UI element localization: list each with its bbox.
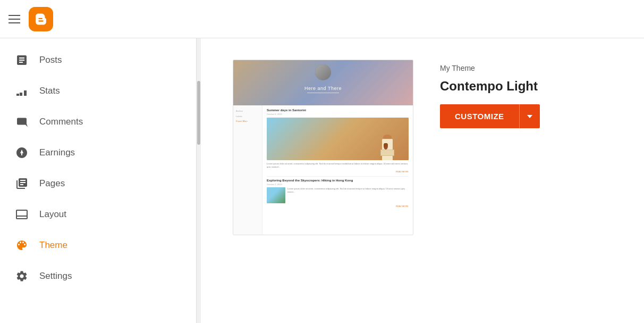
post1-date-preview: October 8, 2019	[267, 113, 409, 115]
chevron-down-icon	[527, 115, 532, 118]
comments-icon	[15, 115, 29, 129]
sidebar-item-theme[interactable]: Theme	[0, 230, 196, 261]
post2-row: Lorem ipsum dolor sit amet, consectetur …	[267, 187, 409, 203]
blog-main-mini: Summer days in Santorini October 8, 2019	[262, 105, 413, 235]
sidebar-mini-item2: Labels	[236, 115, 259, 118]
blog-header-preview: Here and There	[233, 60, 413, 105]
post-divider	[267, 176, 409, 177]
preview-inner: Here and There Archive Labels Export Mor…	[233, 60, 413, 235]
blog-nav-line	[307, 93, 339, 93]
sidebar-item-stats[interactable]: Stats	[0, 76, 196, 106]
vase	[384, 143, 388, 150]
main-content: Here and There Archive Labels Export Mor…	[201, 38, 644, 323]
post2-date-preview: October 2, 2019	[267, 183, 409, 186]
menu-button[interactable]	[9, 15, 20, 23]
sidebar: Posts Stats Comments Earnings	[0, 38, 197, 323]
pages-icon	[15, 177, 29, 191]
blog-title-preview: Here and There	[304, 86, 342, 91]
theme-name: Contempo Light	[440, 79, 540, 94]
posts-icon	[15, 53, 29, 67]
my-theme-section: Here and There Archive Labels Export Mor…	[233, 60, 612, 235]
sidebar-item-earnings[interactable]: Earnings	[0, 137, 196, 168]
post1-title-preview: Summer days in Santorini	[267, 109, 409, 112]
stats-label: Stats	[39, 86, 60, 96]
theme-icon	[15, 238, 29, 252]
theme-preview: Here and There Archive Labels Export Mor…	[233, 60, 413, 235]
blog-avatar-preview	[315, 64, 331, 80]
santorini-building	[379, 131, 398, 160]
post1-text-preview: Lorem ipsum dolor sit amet, consectetur …	[267, 162, 409, 169]
layout-icon	[15, 208, 29, 221]
post2-text-preview: Lorem ipsum dolor sit amet, consectetur …	[287, 187, 409, 203]
stats-icon	[15, 84, 29, 98]
theme-label: Theme	[39, 240, 67, 251]
settings-label: Settings	[39, 271, 72, 281]
sidebar-item-settings[interactable]: Settings	[0, 261, 196, 292]
customize-button-group: CUSTOMIZE	[440, 104, 540, 128]
customize-dropdown-button[interactable]	[519, 104, 540, 128]
blog-content-area: Archive Labels Export More Summer days i…	[233, 105, 413, 235]
scrollbar[interactable]	[197, 38, 201, 323]
read-more-2: READ MORE	[267, 205, 409, 208]
settings-icon	[15, 269, 29, 283]
sidebar-item-layout[interactable]: Layout	[0, 199, 196, 230]
post2-title-preview: Exploring Beyond the Skyscrapers: Hiking…	[267, 179, 409, 182]
earnings-icon	[15, 146, 29, 160]
sidebar-mini-item1: Archive	[236, 110, 259, 113]
posts-label: Posts	[39, 55, 62, 65]
blogger-logo[interactable]	[29, 7, 53, 31]
read-more-1: READ MORE	[267, 170, 409, 173]
comments-label: Comments	[39, 117, 83, 127]
pages-label: Pages	[39, 178, 65, 189]
sidebar-item-comments[interactable]: Comments	[0, 106, 196, 137]
my-theme-label: My Theme	[440, 64, 540, 72]
sidebar-mini-link: Export More	[236, 120, 259, 122]
sidebar-item-posts[interactable]: Posts	[0, 45, 196, 76]
main-body: Posts Stats Comments Earnings	[0, 38, 644, 323]
post2-image-preview	[267, 187, 285, 203]
theme-info: My Theme Contempo Light CUSTOMIZE	[440, 60, 540, 128]
sidebar-item-pages[interactable]: Pages	[0, 168, 196, 199]
earnings-label: Earnings	[39, 147, 75, 158]
building-balcony	[380, 150, 394, 156]
scrollbar-thumb[interactable]	[197, 81, 200, 145]
layout-label: Layout	[39, 209, 66, 220]
blog-sidebar-mini: Archive Labels Export More	[233, 105, 262, 235]
customize-button[interactable]: CUSTOMIZE	[440, 104, 519, 128]
post1-image-preview	[267, 118, 409, 160]
app-header	[0, 0, 644, 38]
